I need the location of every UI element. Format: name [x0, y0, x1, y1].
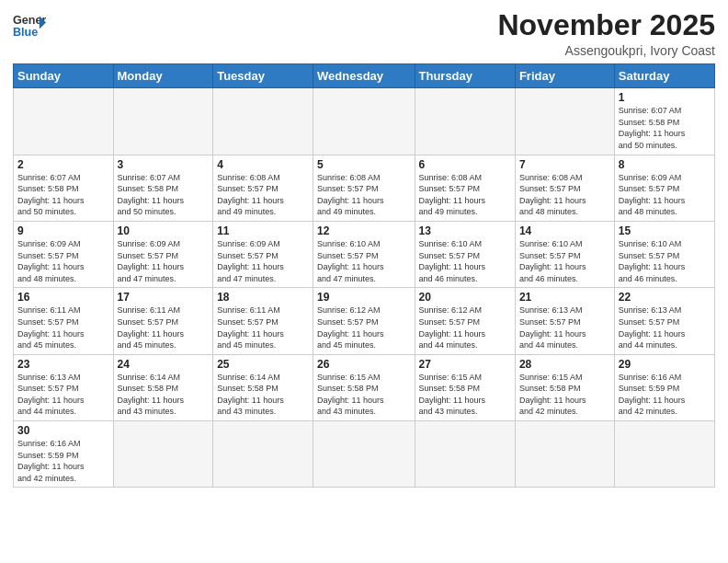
calendar-cell: [515, 88, 614, 155]
calendar-cell: [313, 421, 415, 488]
calendar-cell: 6Sunrise: 6:08 AMSunset: 5:57 PMDaylight…: [415, 155, 515, 221]
day-info: Sunrise: 6:08 AMSunset: 5:57 PMDaylight:…: [419, 172, 511, 218]
calendar-cell: 17Sunrise: 6:11 AMSunset: 5:57 PMDayligh…: [113, 288, 213, 354]
day-info: Sunrise: 6:14 AMSunset: 5:58 PMDaylight:…: [118, 372, 210, 418]
day-info: Sunrise: 6:15 AMSunset: 5:58 PMDaylight:…: [419, 372, 511, 418]
calendar-cell: 29Sunrise: 6:16 AMSunset: 5:59 PMDayligh…: [614, 354, 714, 420]
weekday-header-saturday: Saturday: [614, 64, 714, 88]
calendar-cell: 24Sunrise: 6:14 AMSunset: 5:58 PMDayligh…: [113, 354, 213, 420]
calendar-cell: [515, 421, 614, 488]
day-info: Sunrise: 6:07 AMSunset: 5:58 PMDaylight:…: [619, 105, 711, 151]
day-number: 16: [17, 291, 109, 304]
day-number: 23: [17, 358, 109, 371]
calendar-cell: 16Sunrise: 6:11 AMSunset: 5:57 PMDayligh…: [14, 288, 114, 354]
day-number: 26: [317, 358, 410, 371]
calendar-cell: 13Sunrise: 6:10 AMSunset: 5:57 PMDayligh…: [415, 221, 515, 287]
title-block: November 2025 Assengoukpri, Ivory Coast: [497, 9, 715, 58]
day-info: Sunrise: 6:07 AMSunset: 5:58 PMDaylight:…: [17, 172, 109, 218]
day-number: 15: [619, 224, 711, 237]
calendar-cell: [213, 421, 313, 488]
calendar-cell: [415, 421, 515, 488]
day-info: Sunrise: 6:13 AMSunset: 5:57 PMDaylight:…: [17, 372, 109, 418]
day-info: Sunrise: 6:12 AMSunset: 5:57 PMDaylight:…: [317, 304, 410, 350]
day-number: 5: [317, 158, 410, 171]
calendar-cell: 25Sunrise: 6:14 AMSunset: 5:58 PMDayligh…: [213, 354, 313, 420]
day-number: 24: [118, 358, 210, 371]
calendar-cell: [614, 421, 714, 488]
day-number: 9: [17, 224, 109, 237]
day-number: 17: [118, 291, 210, 304]
day-number: 21: [519, 291, 610, 304]
day-info: Sunrise: 6:08 AMSunset: 5:57 PMDaylight:…: [217, 172, 309, 218]
day-number: 27: [419, 358, 511, 371]
day-info: Sunrise: 6:09 AMSunset: 5:57 PMDaylight:…: [17, 238, 109, 284]
day-number: 20: [419, 291, 511, 304]
week-row-3: 9Sunrise: 6:09 AMSunset: 5:57 PMDaylight…: [14, 221, 715, 287]
day-info: Sunrise: 6:08 AMSunset: 5:57 PMDaylight:…: [519, 172, 610, 218]
calendar-cell: 30Sunrise: 6:16 AMSunset: 5:59 PMDayligh…: [14, 421, 114, 488]
day-number: 7: [519, 158, 610, 171]
week-row-6: 30Sunrise: 6:16 AMSunset: 5:59 PMDayligh…: [14, 421, 715, 488]
calendar-cell: [415, 88, 515, 155]
calendar-cell: 26Sunrise: 6:15 AMSunset: 5:58 PMDayligh…: [313, 354, 415, 420]
day-info: Sunrise: 6:11 AMSunset: 5:57 PMDaylight:…: [118, 304, 210, 350]
calendar: SundayMondayTuesdayWednesdayThursdayFrid…: [13, 63, 715, 488]
calendar-cell: 7Sunrise: 6:08 AMSunset: 5:57 PMDaylight…: [515, 155, 614, 221]
header: General Blue November 2025 Assengoukpri,…: [13, 9, 715, 58]
week-row-4: 16Sunrise: 6:11 AMSunset: 5:57 PMDayligh…: [14, 288, 715, 354]
day-info: Sunrise: 6:10 AMSunset: 5:57 PMDaylight:…: [619, 238, 711, 284]
calendar-cell: 12Sunrise: 6:10 AMSunset: 5:57 PMDayligh…: [313, 221, 415, 287]
day-info: Sunrise: 6:10 AMSunset: 5:57 PMDaylight:…: [419, 238, 511, 284]
day-number: 6: [419, 158, 511, 171]
calendar-cell: 3Sunrise: 6:07 AMSunset: 5:58 PMDaylight…: [113, 155, 213, 221]
day-number: 13: [419, 224, 511, 237]
calendar-cell: 11Sunrise: 6:09 AMSunset: 5:57 PMDayligh…: [213, 221, 313, 287]
page: General Blue November 2025 Assengoukpri,…: [0, 0, 728, 563]
calendar-cell: [113, 421, 213, 488]
weekday-header-wednesday: Wednesday: [313, 64, 415, 88]
calendar-cell: 10Sunrise: 6:09 AMSunset: 5:57 PMDayligh…: [113, 221, 213, 287]
day-info: Sunrise: 6:13 AMSunset: 5:57 PMDaylight:…: [519, 304, 610, 350]
weekday-header-tuesday: Tuesday: [213, 64, 313, 88]
calendar-cell: [313, 88, 415, 155]
calendar-cell: 5Sunrise: 6:08 AMSunset: 5:57 PMDaylight…: [313, 155, 415, 221]
weekday-header-monday: Monday: [113, 64, 213, 88]
calendar-cell: 1Sunrise: 6:07 AMSunset: 5:58 PMDaylight…: [614, 88, 714, 155]
weekday-header-thursday: Thursday: [415, 64, 515, 88]
day-info: Sunrise: 6:13 AMSunset: 5:57 PMDaylight:…: [619, 304, 711, 350]
day-info: Sunrise: 6:15 AMSunset: 5:58 PMDaylight:…: [317, 372, 410, 418]
day-info: Sunrise: 6:10 AMSunset: 5:57 PMDaylight:…: [519, 238, 610, 284]
weekday-header-friday: Friday: [515, 64, 614, 88]
day-number: 10: [118, 224, 210, 237]
day-info: Sunrise: 6:08 AMSunset: 5:57 PMDaylight:…: [317, 172, 410, 218]
day-number: 19: [317, 291, 410, 304]
calendar-cell: 9Sunrise: 6:09 AMSunset: 5:57 PMDaylight…: [14, 221, 114, 287]
day-info: Sunrise: 6:07 AMSunset: 5:58 PMDaylight:…: [118, 172, 210, 218]
week-row-1: 1Sunrise: 6:07 AMSunset: 5:58 PMDaylight…: [14, 88, 715, 155]
day-number: 1: [619, 91, 711, 104]
month-title: November 2025: [497, 9, 715, 41]
calendar-cell: 27Sunrise: 6:15 AMSunset: 5:58 PMDayligh…: [415, 354, 515, 420]
day-info: Sunrise: 6:09 AMSunset: 5:57 PMDaylight:…: [619, 172, 711, 218]
day-number: 22: [619, 291, 711, 304]
day-number: 28: [519, 358, 610, 371]
day-info: Sunrise: 6:16 AMSunset: 5:59 PMDaylight:…: [619, 372, 711, 418]
calendar-cell: 22Sunrise: 6:13 AMSunset: 5:57 PMDayligh…: [614, 288, 714, 354]
logo-icon: General Blue: [13, 9, 46, 42]
day-info: Sunrise: 6:09 AMSunset: 5:57 PMDaylight:…: [118, 238, 210, 284]
day-info: Sunrise: 6:14 AMSunset: 5:58 PMDaylight:…: [217, 372, 309, 418]
day-info: Sunrise: 6:16 AMSunset: 5:59 PMDaylight:…: [17, 438, 109, 484]
weekday-header-sunday: Sunday: [14, 64, 114, 88]
calendar-cell: 23Sunrise: 6:13 AMSunset: 5:57 PMDayligh…: [14, 354, 114, 420]
day-info: Sunrise: 6:11 AMSunset: 5:57 PMDaylight:…: [17, 304, 109, 350]
logo: General Blue: [13, 9, 46, 42]
day-info: Sunrise: 6:15 AMSunset: 5:58 PMDaylight:…: [519, 372, 610, 418]
day-number: 30: [17, 424, 109, 437]
day-info: Sunrise: 6:10 AMSunset: 5:57 PMDaylight:…: [317, 238, 410, 284]
calendar-cell: 4Sunrise: 6:08 AMSunset: 5:57 PMDaylight…: [213, 155, 313, 221]
day-number: 11: [217, 224, 309, 237]
calendar-cell: 20Sunrise: 6:12 AMSunset: 5:57 PMDayligh…: [415, 288, 515, 354]
weekday-header-row: SundayMondayTuesdayWednesdayThursdayFrid…: [14, 64, 715, 88]
day-number: 8: [619, 158, 711, 171]
calendar-cell: 21Sunrise: 6:13 AMSunset: 5:57 PMDayligh…: [515, 288, 614, 354]
